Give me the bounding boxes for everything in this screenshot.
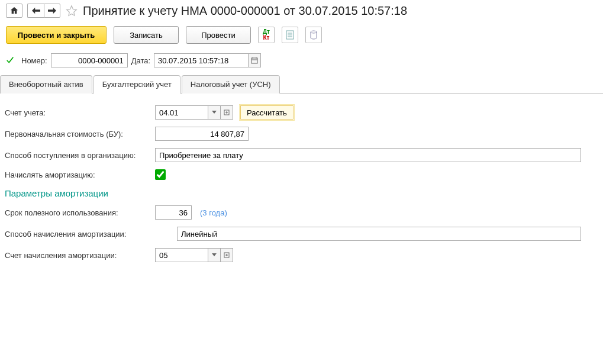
number-label: Номер: <box>21 56 47 65</box>
arrow-left-icon <box>32 7 40 14</box>
amort-account-dropdown-button[interactable] <box>208 248 221 262</box>
document-icon <box>286 30 294 40</box>
amort-method-label: Способ начисления амортизации: <box>5 230 173 239</box>
account-label: Счет учета: <box>5 108 151 117</box>
date-input[interactable] <box>154 53 249 67</box>
open-icon <box>224 252 230 258</box>
calendar-button[interactable] <box>248 53 261 67</box>
tab-noncurrent-asset[interactable]: Внеоборотный актив <box>0 75 92 94</box>
arrow-right-icon <box>48 7 56 14</box>
tab-accounting[interactable]: Бухгалтерский учет <box>93 75 180 94</box>
amortization-section-header: Параметры амортизации <box>2 183 601 202</box>
calculate-button[interactable]: Рассчитать <box>240 105 294 120</box>
amortize-checkbox[interactable] <box>155 169 166 180</box>
calendar-icon <box>251 57 258 64</box>
useful-life-hint: (3 года) <box>200 208 227 217</box>
posted-checkmark-icon <box>6 56 15 65</box>
favorite-star-icon[interactable] <box>65 4 78 17</box>
number-input[interactable] <box>51 53 128 67</box>
back-button[interactable] <box>27 4 44 18</box>
svg-point-4 <box>311 31 317 33</box>
svg-rect-5 <box>251 58 257 63</box>
amortize-label: Начислять амортизацию: <box>5 170 151 179</box>
report-button[interactable] <box>282 27 298 43</box>
useful-life-label: Срок полезного использования: <box>5 208 151 217</box>
home-button[interactable] <box>6 4 22 18</box>
account-open-button[interactable] <box>220 105 233 120</box>
post-and-close-button[interactable]: Провести и закрыть <box>6 26 107 44</box>
open-icon <box>224 109 230 115</box>
home-icon <box>10 7 18 15</box>
structure-button[interactable] <box>305 27 322 43</box>
receipt-method-label: Способ поступления в организацию: <box>5 151 151 160</box>
write-button[interactable]: Записать <box>114 26 179 44</box>
database-icon <box>309 30 318 40</box>
initial-cost-label: Первоначальная стоимость (БУ): <box>5 130 151 138</box>
account-input[interactable] <box>155 105 208 120</box>
page-title: Принятие к учету НМА 0000-000001 от 30.0… <box>83 4 407 18</box>
post-button[interactable]: Провести <box>186 26 251 44</box>
dtkt-button[interactable]: ДтКт <box>258 27 275 43</box>
tab-tax-usn[interactable]: Налоговый учет (УСН) <box>182 75 280 94</box>
amort-account-input[interactable] <box>155 248 208 262</box>
dtkt-icon: ДтКт <box>263 29 270 41</box>
useful-life-input[interactable] <box>155 205 192 220</box>
receipt-method-input[interactable] <box>155 148 581 162</box>
chevron-down-icon <box>212 253 217 257</box>
date-label: Дата: <box>131 56 150 65</box>
amort-account-open-button[interactable] <box>220 248 233 262</box>
chevron-down-icon <box>212 111 217 114</box>
amort-account-label: Счет начисления амортизации: <box>5 251 151 260</box>
initial-cost-input[interactable] <box>155 127 249 141</box>
account-dropdown-button[interactable] <box>208 105 221 120</box>
amort-method-input[interactable] <box>177 227 581 241</box>
forward-button[interactable] <box>44 4 60 18</box>
